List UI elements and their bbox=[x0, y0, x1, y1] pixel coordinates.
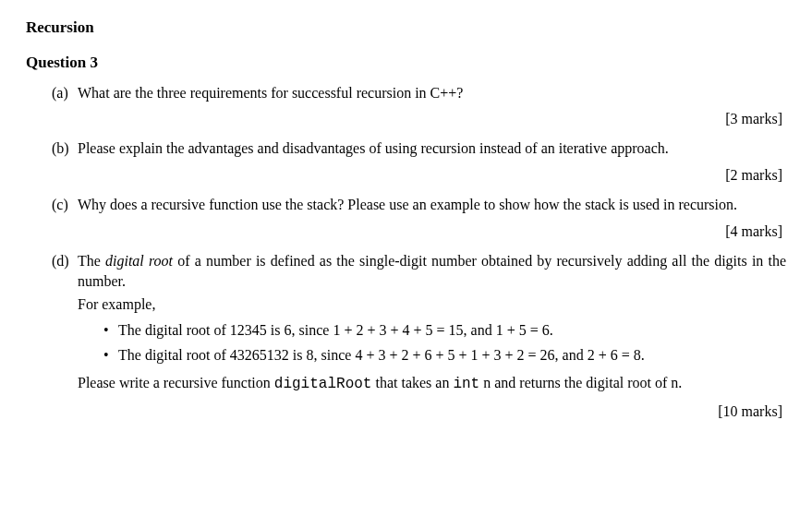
part-label: (a) bbox=[52, 83, 78, 103]
outro-mid: that takes an bbox=[371, 375, 453, 390]
question-parts: (a) What are the three requirements for … bbox=[26, 83, 786, 423]
part-label: (b) bbox=[52, 138, 78, 159]
part-text: What are the three requirements for succ… bbox=[78, 85, 463, 101]
list-item: • The digital root of 43265132 is 8, sin… bbox=[103, 345, 786, 366]
part-a: (a) What are the three requirements for … bbox=[52, 83, 786, 103]
bullet-icon: • bbox=[103, 345, 118, 366]
part-body: Please explain the advantages and disadv… bbox=[78, 138, 786, 159]
outro-mono: digitalRoot bbox=[274, 376, 372, 392]
marks: [10 marks] bbox=[52, 402, 786, 422]
marks: [4 marks] bbox=[52, 222, 786, 242]
outro-pre: Please write a recursive function bbox=[78, 375, 274, 390]
outro-post: n and returns the digital root of n. bbox=[479, 375, 682, 390]
part-b: (b) Please explain the advantages and di… bbox=[52, 138, 786, 159]
part-c: (c) Why does a recursive function use th… bbox=[52, 195, 786, 215]
question-title: Question 3 bbox=[26, 52, 786, 74]
section-title: Recursion bbox=[26, 17, 786, 39]
list-item: • The digital root of 12345 is 6, since … bbox=[103, 320, 786, 341]
part-label: (c) bbox=[52, 195, 78, 215]
part-text: Please explain the advantages and disadv… bbox=[78, 140, 669, 156]
part-body: The digital root of a number is defined … bbox=[78, 251, 786, 396]
bullet-list: • The digital root of 12345 is 6, since … bbox=[78, 320, 786, 366]
bullet-text: The digital root of 12345 is 6, since 1 … bbox=[118, 320, 786, 341]
marks: [3 marks] bbox=[52, 109, 786, 129]
intro-pre: The bbox=[78, 253, 105, 269]
for-example: For example, bbox=[78, 294, 786, 315]
intro-post: of a number is defined as the single-dig… bbox=[78, 253, 786, 289]
bullet-text: The digital root of 43265132 is 8, since… bbox=[118, 345, 786, 366]
part-body: What are the three requirements for succ… bbox=[78, 83, 786, 103]
part-label: (d) bbox=[52, 251, 78, 396]
intro-italic: digital root bbox=[105, 253, 173, 269]
part-text: Why does a recursive function use the st… bbox=[78, 197, 737, 212]
bullet-icon: • bbox=[103, 320, 118, 341]
outro-mono: int bbox=[453, 376, 479, 392]
part-body: Why does a recursive function use the st… bbox=[78, 195, 786, 215]
marks: [2 marks] bbox=[52, 165, 786, 186]
part-d: (d) The digital root of a number is defi… bbox=[52, 251, 786, 396]
